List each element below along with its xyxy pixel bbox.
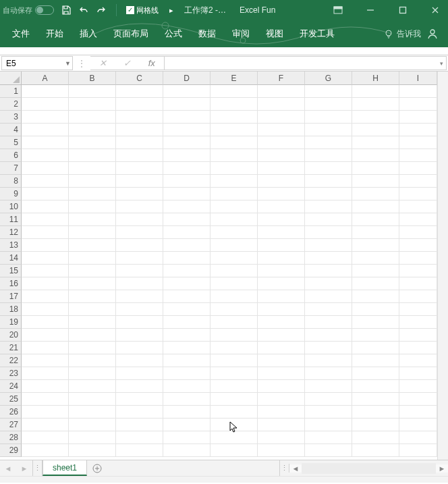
cell-I18[interactable] (399, 303, 437, 315)
cell-F18[interactable] (258, 303, 305, 315)
cell-H15[interactable] (352, 265, 399, 277)
cell-F27[interactable] (258, 419, 305, 431)
cell-A11[interactable] (22, 213, 69, 225)
minimize-icon[interactable] (360, 0, 381, 20)
qat-overflow-icon[interactable]: ▸ (169, 6, 173, 15)
cell-D10[interactable] (163, 200, 211, 213)
cell-D3[interactable] (163, 111, 211, 123)
sheet-drag-handle[interactable]: ⋮ (33, 460, 43, 476)
cell-B11[interactable] (69, 213, 116, 225)
row-header-13[interactable]: 13 (0, 239, 22, 252)
cell-I14[interactable] (399, 252, 437, 264)
cell-C24[interactable] (116, 380, 163, 392)
cell-D8[interactable] (163, 175, 211, 187)
cell-D7[interactable] (163, 162, 211, 174)
cell-G10[interactable] (305, 200, 352, 213)
cell-G24[interactable] (305, 380, 352, 392)
cell-G17[interactable] (305, 290, 352, 302)
cell-B24[interactable] (69, 380, 116, 392)
tab-home[interactable]: 开始 (38, 20, 72, 47)
cell-G25[interactable] (305, 393, 352, 405)
cell-D28[interactable] (163, 431, 211, 443)
cell-A17[interactable] (22, 290, 69, 302)
cell-E23[interactable] (211, 367, 258, 379)
cell-C23[interactable] (116, 367, 163, 379)
cell-C3[interactable] (116, 111, 163, 123)
cell-I21[interactable] (399, 342, 437, 354)
cell-B17[interactable] (69, 290, 116, 302)
cell-A28[interactable] (22, 431, 69, 443)
cell-H23[interactable] (352, 367, 399, 379)
cell-B2[interactable] (69, 98, 116, 110)
cell-B25[interactable] (69, 393, 116, 405)
row-header-17[interactable]: 17 (0, 290, 22, 303)
row-header-26[interactable]: 26 (0, 406, 22, 419)
cell-F29[interactable] (258, 444, 305, 456)
cell-F20[interactable] (258, 329, 305, 341)
cell-I22[interactable] (399, 354, 437, 367)
cell-C22[interactable] (116, 354, 163, 367)
tab-insert[interactable]: 插入 (72, 20, 105, 47)
cell-A29[interactable] (22, 444, 69, 456)
row-header-14[interactable]: 14 (0, 252, 22, 265)
cell-A24[interactable] (22, 380, 69, 392)
cell-I6[interactable] (399, 149, 437, 161)
cell-A6[interactable] (22, 149, 69, 161)
cell-G23[interactable] (305, 367, 352, 379)
cell-C20[interactable] (116, 329, 163, 341)
cell-I12[interactable] (399, 226, 437, 238)
cell-A4[interactable] (22, 124, 69, 136)
cell-E5[interactable] (211, 136, 258, 149)
cell-A5[interactable] (22, 136, 69, 149)
cell-I25[interactable] (399, 393, 437, 405)
cell-I26[interactable] (399, 406, 437, 418)
cell-G4[interactable] (305, 124, 352, 136)
tab-formulas[interactable]: 公式 (157, 20, 190, 47)
cell-C10[interactable] (116, 200, 163, 213)
cell-B29[interactable] (69, 444, 116, 456)
cell-C26[interactable] (116, 406, 163, 418)
row-header-23[interactable]: 23 (0, 367, 22, 380)
cell-H6[interactable] (352, 149, 399, 161)
cell-E22[interactable] (211, 354, 258, 367)
cell-F19[interactable] (258, 316, 305, 328)
cell-D25[interactable] (163, 393, 211, 405)
cell-B9[interactable] (69, 188, 116, 200)
row-header-24[interactable]: 24 (0, 380, 22, 393)
formula-input[interactable]: ▾ (165, 56, 447, 70)
cell-D2[interactable] (163, 98, 211, 110)
hscroll-track[interactable] (302, 463, 436, 474)
cell-F28[interactable] (258, 431, 305, 443)
cell-F16[interactable] (258, 277, 305, 290)
cell-F8[interactable] (258, 175, 305, 187)
cell-E7[interactable] (211, 162, 258, 174)
cell-A1[interactable] (22, 85, 69, 97)
cell-D5[interactable] (163, 136, 211, 149)
cell-C6[interactable] (116, 149, 163, 161)
cell-I23[interactable] (399, 367, 437, 379)
row-header-27[interactable]: 27 (0, 419, 22, 431)
cell-G21[interactable] (305, 342, 352, 354)
cell-H5[interactable] (352, 136, 399, 149)
cell-B20[interactable] (69, 329, 116, 341)
cell-A26[interactable] (22, 406, 69, 418)
hscroll-drag-handle[interactable]: ⋮ (280, 464, 289, 473)
cell-D18[interactable] (163, 303, 211, 315)
close-icon[interactable] (425, 0, 445, 20)
cell-D23[interactable] (163, 367, 211, 379)
cell-G5[interactable] (305, 136, 352, 149)
cell-A13[interactable] (22, 239, 69, 251)
cell-A2[interactable] (22, 98, 69, 110)
sheet-nav-prev-icon[interactable]: ◄ (0, 464, 16, 473)
cell-D4[interactable] (163, 124, 211, 136)
cell-H21[interactable] (352, 342, 399, 354)
cell-H3[interactable] (352, 111, 399, 123)
cell-A8[interactable] (22, 175, 69, 187)
column-header-E[interactable]: E (211, 72, 258, 85)
cell-G2[interactable] (305, 98, 352, 110)
formula-bar-dots[interactable]: ⋮ (73, 55, 90, 71)
column-header-H[interactable]: H (352, 72, 399, 85)
row-header-15[interactable]: 15 (0, 265, 22, 277)
cell-D11[interactable] (163, 213, 211, 225)
cell-G9[interactable] (305, 188, 352, 200)
